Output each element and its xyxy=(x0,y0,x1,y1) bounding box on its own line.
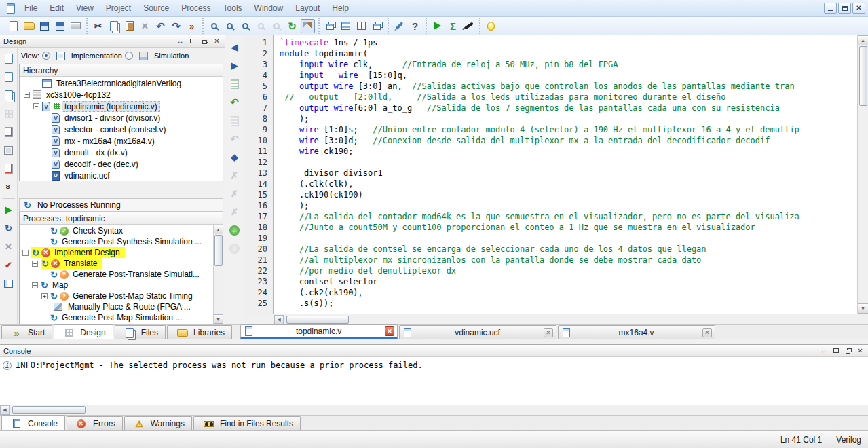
cut-icon[interactable]: ✂ xyxy=(91,19,105,33)
add-source-icon[interactable] xyxy=(1,70,16,84)
overflow-icon[interactable]: » xyxy=(185,19,199,33)
menu-process[interactable]: Process xyxy=(175,2,216,14)
tree-expander-icon[interactable]: − xyxy=(24,92,30,98)
hierarchy-item[interactable]: Vdecodif - dec (dec.v) xyxy=(20,158,223,170)
help-pointer-icon[interactable]: ? xyxy=(408,19,422,33)
scroll-left-icon[interactable]: ◀ xyxy=(0,405,10,415)
chip-check-icon[interactable] xyxy=(1,143,16,157)
files-icon[interactable] xyxy=(123,326,137,340)
process-item[interactable]: +↻?Generate Post-Map Static Timing xyxy=(20,291,213,301)
scroll-thumb[interactable] xyxy=(859,46,867,106)
print-icon[interactable] xyxy=(69,19,83,33)
save-icon[interactable] xyxy=(37,19,52,33)
copy-source-icon[interactable] xyxy=(1,88,16,102)
scroll-down-icon[interactable]: ▼ xyxy=(214,314,223,324)
windows-icon[interactable] xyxy=(370,19,384,33)
tile-h-icon[interactable] xyxy=(339,19,353,33)
zoom-box-icon[interactable] xyxy=(238,19,252,33)
code-area[interactable]: 1234567891011121314151617181920212223242… xyxy=(244,35,868,314)
paste-icon[interactable] xyxy=(122,19,136,33)
tab-design[interactable]: Design xyxy=(54,324,113,339)
scroll-thumb[interactable] xyxy=(214,235,223,266)
scroll-thumb[interactable] xyxy=(286,316,349,324)
minimize-button[interactable] xyxy=(824,3,837,14)
doc-check-icon[interactable] xyxy=(1,162,16,176)
hierarchy-item[interactable]: Tarea3BelectronicadigitalenVerilog xyxy=(20,77,223,89)
scroll-up-icon[interactable]: ▲ xyxy=(858,35,868,45)
tree-expander-icon[interactable]: + xyxy=(41,293,48,299)
console-hscrollbar[interactable]: ◀ xyxy=(0,405,868,415)
console-body[interactable]: i INFO:ProjectMgmt - The selected proces… xyxy=(0,357,868,405)
tab-start[interactable]: »Start xyxy=(1,325,52,339)
menu-view[interactable]: View xyxy=(70,2,100,14)
undo-gray-icon[interactable]: ↶ xyxy=(227,132,242,146)
edit-3-icon[interactable]: ✗ xyxy=(227,205,242,219)
process-item[interactable]: ↻Generate Post-Map Simulation ... xyxy=(20,312,213,323)
more-chevron-icon[interactable]: » xyxy=(1,180,16,194)
implementation-icon[interactable] xyxy=(54,49,68,63)
tab-files[interactable]: Files xyxy=(115,325,166,339)
tab-close-icon[interactable]: ✕ xyxy=(544,328,553,337)
undo-green-icon[interactable]: ↶ xyxy=(227,95,242,109)
libraries-icon[interactable] xyxy=(175,326,189,340)
zoom-out-icon[interactable] xyxy=(223,19,237,33)
tab-close-icon[interactable]: ✕ xyxy=(702,328,712,337)
copy-icon[interactable] xyxy=(107,19,121,33)
open-icon[interactable] xyxy=(22,19,36,33)
process-item[interactable]: −↻Map xyxy=(20,280,213,291)
hierarchy-item[interactable]: Vmx - mx16a4 (mx16a4.v) xyxy=(20,135,223,147)
undo-icon[interactable]: ↶ xyxy=(153,19,168,33)
sigma-icon[interactable]: Σ xyxy=(446,19,460,33)
doc-tab-mx16a4-v[interactable]: mx16a4.v✕ xyxy=(558,325,715,339)
cascade-icon[interactable] xyxy=(323,19,337,33)
process-item[interactable]: ↻Generate Post-Synthesis Simulation ... xyxy=(20,236,213,247)
tab-libraries[interactable]: Libraries xyxy=(167,325,232,339)
save-all-icon[interactable] xyxy=(53,19,67,33)
page-back-icon[interactable]: ◀ xyxy=(227,40,242,54)
wrench-icon[interactable] xyxy=(392,19,407,33)
new-source-icon[interactable] xyxy=(1,52,16,66)
tab-errors[interactable]: ✕Errors xyxy=(67,416,123,430)
process-item[interactable]: −↻✕Implement Design xyxy=(20,247,213,258)
errors-icon[interactable]: ✕ xyxy=(75,417,89,431)
restore-panel-icon[interactable] xyxy=(200,37,209,45)
run-icon[interactable] xyxy=(430,19,445,33)
hierarchy-item[interactable]: −xc3s100e-4cp132 xyxy=(20,89,223,100)
proc-stop-icon[interactable]: ✕ xyxy=(1,240,16,254)
edit-2-icon[interactable]: ✗ xyxy=(227,187,242,201)
remove-source-icon[interactable] xyxy=(1,125,16,139)
float-icon[interactable]: ↔ xyxy=(176,37,185,45)
delete-icon[interactable]: ✕ xyxy=(138,19,152,33)
hammer-icon[interactable] xyxy=(301,19,315,33)
code-lines[interactable]: `timescale 1ns / 1psmodule topdinamic( i… xyxy=(274,35,857,314)
menu-help[interactable]: Help xyxy=(326,2,355,14)
maximize-icon[interactable] xyxy=(188,37,197,45)
lines-gray-icon[interactable] xyxy=(227,113,242,128)
tab-find-in-files-results[interactable]: Find in Files Results xyxy=(193,416,301,430)
hierarchy-item[interactable]: Uvdinamic.ucf xyxy=(20,170,223,181)
tree-expander-icon[interactable]: − xyxy=(22,250,29,256)
zoom-in-icon[interactable] xyxy=(207,19,221,33)
marker-blue-icon[interactable]: ◆ xyxy=(227,150,242,164)
tab-close-icon[interactable]: ✕ xyxy=(385,326,394,336)
redo-icon[interactable]: ↷ xyxy=(169,19,183,33)
menu-window[interactable]: Window xyxy=(248,2,290,14)
processes-scrollbar[interactable]: ▲ ▼ xyxy=(213,225,223,324)
analyze-icon[interactable] xyxy=(461,19,476,33)
process-item[interactable]: Manually Place & Route (FPGA ... xyxy=(20,301,213,312)
process-item[interactable]: −↻✕Translate xyxy=(20,258,213,269)
doc-tab-topdinamic-v[interactable]: topdinamic.v✕ xyxy=(240,324,398,339)
hierarchy-item[interactable]: Vselector - contsel (contsel.v) xyxy=(20,124,223,135)
editor-hscrollbar[interactable]: ◀ xyxy=(244,314,868,324)
restore-panel-icon[interactable] xyxy=(844,347,852,355)
tile-v-icon[interactable] xyxy=(354,19,369,33)
chip-pair-icon[interactable] xyxy=(1,107,16,121)
lines-green-icon[interactable] xyxy=(227,77,242,91)
console-icon[interactable] xyxy=(10,416,24,430)
scroll-thumb[interactable] xyxy=(12,406,86,414)
nav-fwd-icon[interactable]: → xyxy=(227,242,242,256)
simulation-icon[interactable] xyxy=(136,49,151,63)
design-icon[interactable] xyxy=(62,325,76,339)
warnings-icon[interactable]: ⚠ xyxy=(132,417,147,431)
view-col-icon[interactable] xyxy=(1,276,16,291)
